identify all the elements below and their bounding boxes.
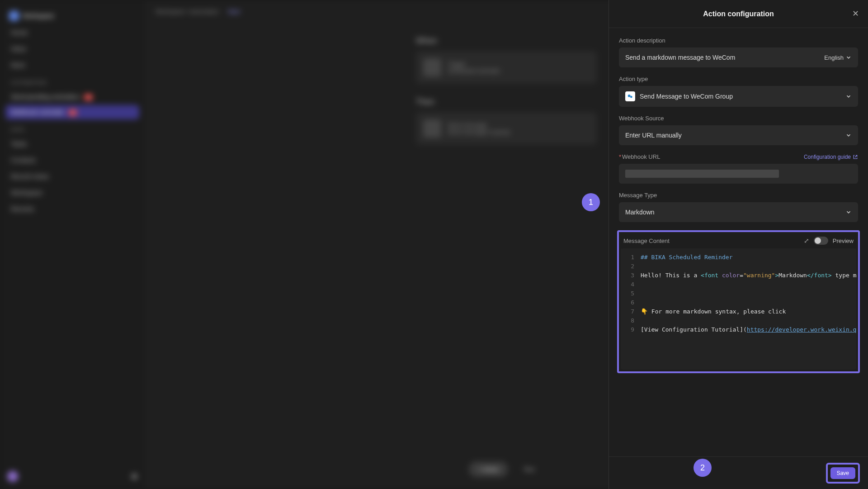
section-automation: Automation [5, 73, 139, 89]
configuration-guide-link[interactable]: Configuration guide [804, 154, 858, 160]
avatar[interactable] [7, 471, 18, 482]
add-action-button[interactable]: + Action [469, 461, 508, 477]
redacted-url [625, 170, 779, 178]
badge: 3 [84, 94, 92, 100]
message-content-label: Message Content [623, 237, 670, 244]
data-item[interactable]: Contacts [5, 152, 139, 168]
message-type-value: Markdown [625, 209, 655, 216]
trigger-card[interactable]: Trigger Scheduled reminder [416, 51, 597, 84]
chevron-down-icon [845, 54, 852, 61]
action-type-value: Send Message to WeCom Group [640, 93, 733, 100]
then-label: Then [416, 97, 597, 107]
message-type-label: Message Type [619, 192, 858, 199]
when-label: When [416, 36, 597, 46]
sidebar-footer: ⚙ [7, 471, 137, 482]
chevron-down-icon [845, 93, 852, 100]
workspace-name: Workspace [23, 12, 54, 19]
settings-icon[interactable]: ⚙ [131, 472, 137, 481]
workspace-header[interactable]: Workspace [5, 7, 139, 24]
card-icon [423, 119, 441, 138]
preview-toggle[interactable] [814, 237, 828, 245]
automation-item[interactable]: Send pending reminders 3 [5, 90, 139, 104]
card-text: Send message Send message to group [448, 122, 510, 135]
preview-label: Preview [833, 237, 854, 244]
svg-point-0 [628, 95, 631, 97]
data-item[interactable]: Record views [5, 168, 139, 185]
chevron-down-icon [845, 132, 852, 138]
flow-cards: When Trigger Scheduled reminder Then Sen… [416, 36, 597, 158]
svg-point-1 [630, 96, 632, 98]
breadcrumb[interactable]: Workspace / automation [156, 8, 219, 15]
callout-1: 1 [582, 193, 600, 211]
action-type-label: Action type [619, 76, 858, 82]
panel-title: Action configuration [703, 10, 774, 18]
action-card[interactable]: Send message Send message to group [416, 112, 597, 145]
message-type-select[interactable]: Markdown [619, 202, 858, 222]
code-editor[interactable]: 1## BIKA Scheduled Reminder 2 3Hello! Th… [621, 248, 856, 370]
webhook-source-value: Enter URL manually [625, 132, 682, 139]
panel-footer: Save [609, 456, 868, 489]
card-icon [423, 58, 441, 76]
message-content-header: Message Content ⤢ Preview [621, 234, 856, 248]
action-description-field[interactable]: Send a markdown message to WeCom English [619, 47, 858, 67]
panel-header: Action configuration ✕ [609, 0, 868, 28]
webhook-url-input[interactable] [619, 164, 858, 184]
language-selector[interactable]: English [824, 54, 852, 61]
data-item[interactable]: Workspace [5, 185, 139, 201]
card-text: Trigger Scheduled reminder [448, 61, 500, 74]
save-highlight: Save [826, 463, 860, 484]
run-button[interactable]: Run [515, 461, 544, 477]
save-button[interactable]: Save [830, 467, 855, 479]
data-item[interactable]: Tasks [5, 136, 139, 152]
nav-home[interactable]: Home [5, 24, 139, 41]
start-button[interactable]: Start [228, 8, 240, 15]
expand-icon[interactable]: ⤢ [804, 237, 809, 244]
data-item[interactable]: Recents [5, 201, 139, 217]
automation-item-active[interactable]: Webhook reminder 1 [5, 105, 139, 119]
chevron-down-icon [845, 209, 852, 215]
section-data: Data [5, 120, 139, 136]
webhook-source-select[interactable]: Enter URL manually [619, 125, 858, 145]
badge: 1 [69, 109, 77, 116]
nav-more[interactable]: More [5, 57, 139, 73]
bottom-actions: + Action Run [469, 461, 544, 477]
webhook-source-label: Webhook Source [619, 115, 858, 122]
nav-inbox[interactable]: Inbox [5, 41, 139, 57]
action-config-panel: Action configuration ✕ Action descriptio… [609, 0, 868, 489]
webhook-url-header: *Webhook URL Configuration guide [619, 153, 858, 160]
external-link-icon [853, 154, 858, 160]
sidebar: Workspace Home Inbox More Automation Sen… [0, 0, 145, 489]
panel-body: Action description Send a markdown messa… [609, 28, 868, 456]
webhook-url-label: *Webhook URL [619, 153, 660, 160]
action-description-label: Action description [619, 37, 858, 44]
action-description-value: Send a markdown message to WeCom [625, 54, 735, 61]
callout-2: 2 [693, 459, 712, 477]
wecom-icon [625, 91, 635, 101]
message-content-section: Message Content ⤢ Preview 1## BIKA Sched… [617, 230, 860, 373]
action-type-select[interactable]: Send Message to WeCom Group [619, 86, 858, 107]
workspace-icon [9, 11, 19, 21]
close-icon[interactable]: ✕ [851, 9, 860, 19]
